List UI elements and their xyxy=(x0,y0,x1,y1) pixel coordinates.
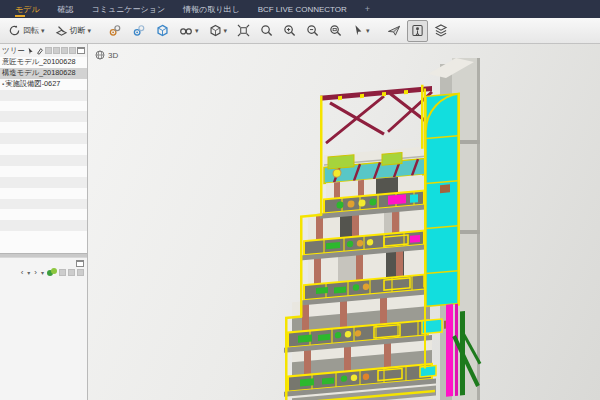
zoom-out-button[interactable] xyxy=(302,20,323,42)
tree-empty-row xyxy=(0,101,87,112)
tree-tool-disabled-2 xyxy=(53,47,60,54)
tab-checking[interactable]: 確認 xyxy=(49,0,83,18)
walk-person-icon xyxy=(411,24,424,37)
tree-empty-row xyxy=(0,220,87,231)
zoom-button[interactable] xyxy=(256,20,277,42)
rotate-button[interactable]: 回転 ▾ xyxy=(4,20,49,42)
tree-empty-row xyxy=(0,188,87,199)
section-label: 切断 xyxy=(70,25,86,36)
prev-caret-icon[interactable]: ▾ xyxy=(26,270,31,276)
binoculars-icon xyxy=(179,24,193,37)
next-caret-icon[interactable]: ▾ xyxy=(40,270,45,276)
presentation-tool-disabled-2 xyxy=(68,269,75,276)
visibility-button[interactable]: ▾ xyxy=(175,20,203,42)
tree-item-architecture-model[interactable]: 意匠モデル_20100628 xyxy=(0,57,87,68)
select-caret-icon[interactable]: ▾ xyxy=(366,27,370,34)
visibility-caret-icon[interactable]: ▾ xyxy=(195,27,199,34)
blue-cube-icon xyxy=(156,24,169,37)
tree-tool-disabled-3 xyxy=(61,47,68,54)
sphere-3d-icon xyxy=(95,50,105,60)
tree-empty-row xyxy=(0,166,87,177)
toolbar-separator xyxy=(97,30,102,31)
presentation-nav-bar: ‹ ▾ › ▾ xyxy=(0,267,87,279)
rotate-icon xyxy=(8,24,21,37)
tab-bcf-live-connector-label: BCF LIVE CONNECTOR xyxy=(258,5,347,14)
tab-information-takeoff-label: 情報の取り出し xyxy=(183,4,240,15)
orange-gears-icon xyxy=(108,24,122,37)
view-mode-chip: 3D xyxy=(95,50,118,60)
section-caret-icon[interactable]: ▾ xyxy=(88,27,92,34)
model-3d-view[interactable] xyxy=(88,44,600,400)
prev-button[interactable]: ‹ xyxy=(20,269,25,277)
zoom-out-icon xyxy=(306,24,319,37)
ribbon-tab-bar: モデル 確認 コミュニケーション 情報の取り出し BCF LIVE CONNEC… xyxy=(0,0,600,18)
view-orientation-caret-icon[interactable]: ▾ xyxy=(224,27,228,34)
tab-information-takeoff[interactable]: 情報の取り出し xyxy=(174,0,249,18)
fit-view-icon xyxy=(237,24,250,37)
new-presentation-icon[interactable] xyxy=(47,268,57,277)
tree-empty-row xyxy=(0,209,87,220)
tree-empty-row xyxy=(0,155,87,166)
tree-maximize-icon[interactable] xyxy=(77,47,85,54)
tree-item-label: 実施設備図-0627 xyxy=(5,79,60,89)
fly-button[interactable] xyxy=(383,20,405,42)
tab-model-label: モデル xyxy=(15,4,40,15)
tree-panel-title: ツリー xyxy=(2,46,25,56)
tab-add-button[interactable]: + xyxy=(356,0,379,18)
zoom-window-icon xyxy=(329,24,342,37)
tree-empty-row xyxy=(0,177,87,188)
presentation-tool-disabled-1 xyxy=(59,269,66,276)
toolbar-separator xyxy=(376,30,381,31)
tab-communication[interactable]: コミュニケーション xyxy=(83,0,175,18)
viewport-3d[interactable]: 3D xyxy=(88,44,600,400)
next-button[interactable]: › xyxy=(33,269,38,277)
view-mode-label: 3D xyxy=(108,51,118,60)
tree-empty-row xyxy=(0,90,87,101)
tab-checking-label: 確認 xyxy=(58,4,74,15)
tree-item-bullet-icon: ▪ xyxy=(2,81,4,87)
paper-plane-icon xyxy=(387,24,401,37)
view-orientation-button[interactable]: ▾ xyxy=(205,20,232,42)
tab-bcf-live-connector[interactable]: BCF LIVE CONNECTOR xyxy=(249,0,356,18)
select-button[interactable]: ▾ xyxy=(348,20,374,42)
blue-gears-icon xyxy=(132,24,146,37)
model-cube-button[interactable] xyxy=(152,20,173,42)
model-tree-list: 意匠モデル_20100628 構造モデル_20180628 ▪実施設備図-062… xyxy=(0,57,87,253)
presentation-tool-disabled-3 xyxy=(77,269,84,276)
tree-empty-row xyxy=(0,111,87,122)
tree-item-structure-model[interactable]: 構造モデル_20180628 xyxy=(0,68,87,79)
fit-view-button[interactable] xyxy=(233,20,254,42)
presentation-panel: ‹ ▾ › ▾ xyxy=(0,258,87,400)
zoom-in-button[interactable] xyxy=(279,20,300,42)
tree-item-label: 意匠モデル_20100628 xyxy=(2,57,76,67)
rotate-caret-icon[interactable]: ▾ xyxy=(41,27,45,34)
communication-gears-button[interactable] xyxy=(128,20,150,42)
tree-empty-row xyxy=(0,133,87,144)
zoom-icon xyxy=(260,24,273,37)
tree-empty-row xyxy=(0,122,87,133)
section-button[interactable]: 切断 ▾ xyxy=(51,20,96,42)
tree-select-icon[interactable] xyxy=(27,47,35,55)
section-plane-icon xyxy=(55,24,68,37)
presentation-maximize-icon[interactable] xyxy=(76,260,84,267)
tab-add-label: + xyxy=(365,4,370,14)
tree-panel-header: ツリー xyxy=(0,44,87,57)
layers-button[interactable] xyxy=(430,20,452,42)
tab-communication-label: コミュニケーション xyxy=(92,4,166,15)
zoom-window-button[interactable] xyxy=(325,20,346,42)
walk-mode-button[interactable] xyxy=(407,20,428,42)
checking-gears-button[interactable] xyxy=(104,20,126,42)
presentation-panel-header xyxy=(0,258,87,267)
tree-pick-icon[interactable] xyxy=(36,47,44,55)
layers-icon xyxy=(434,24,448,37)
view-toolbar: 回転 ▾ 切断 ▾ ▾ ▾ xyxy=(0,18,600,44)
zoom-in-icon xyxy=(283,24,296,37)
view-cube-icon xyxy=(209,24,222,37)
tree-empty-row xyxy=(0,199,87,210)
tab-model[interactable]: モデル xyxy=(6,0,49,18)
rotate-label: 回転 xyxy=(23,25,39,36)
tree-item-mep-model[interactable]: ▪実施設備図-0627 xyxy=(0,79,87,90)
tree-empty-row xyxy=(0,144,87,155)
tree-tool-disabled-1 xyxy=(45,47,52,54)
cutaway-building xyxy=(284,80,480,400)
